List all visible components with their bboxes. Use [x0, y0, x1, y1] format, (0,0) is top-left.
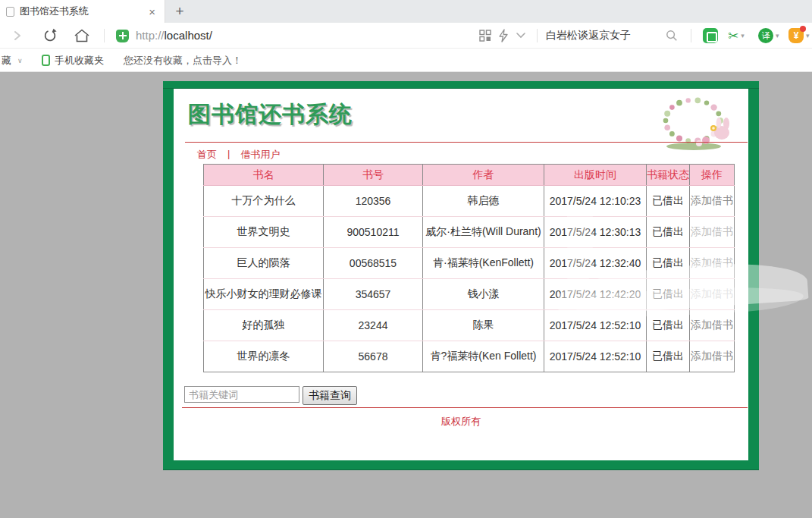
- ext-reader-button[interactable]: [703, 23, 718, 49]
- book-code-cell: 56678: [324, 341, 423, 372]
- url-text[interactable]: http://localhost/: [136, 29, 212, 42]
- publish-time-cell: 2017/5/24 12:32:40: [544, 248, 647, 279]
- copyright-text: 版权所有: [174, 415, 748, 429]
- table-row: 世界文明史 900510211 威尔·杜兰特(Will Durant) 2017…: [204, 217, 735, 248]
- new-tab-button[interactable]: +: [170, 2, 190, 21]
- books-table: 书名 书号 作者 出版时间 书籍状态 操作 十万个为什么 120356 韩启德 …: [203, 164, 735, 372]
- divider: [537, 29, 538, 42]
- nav-link-borrow-users[interactable]: 借书用户: [240, 148, 280, 162]
- refresh-icon: [42, 28, 58, 43]
- header-book-code: 书号: [324, 165, 423, 186]
- header-publish-time: 出版时间: [544, 165, 647, 186]
- header-status: 书籍状态: [647, 165, 690, 186]
- wreath-image: [651, 90, 736, 157]
- add-borrow-link[interactable]: 添加借书: [691, 225, 733, 237]
- status-cell: 已借出: [647, 310, 690, 341]
- author-cell: 钱小漾: [423, 279, 544, 310]
- chevron-down-icon: ∨: [17, 57, 23, 64]
- book-code-cell: 00568515: [324, 248, 423, 279]
- publish-time-cell: 2017/5/24 12:52:10: [544, 310, 647, 341]
- book-code-cell: 354657: [324, 279, 423, 310]
- ext-wallet-button[interactable]: ¥ ▾: [788, 23, 810, 49]
- add-borrow-link[interactable]: 添加借书: [691, 194, 733, 206]
- chevron-down-icon[interactable]: ▾: [741, 32, 745, 39]
- nav-link-divider: |: [227, 148, 230, 162]
- page-nav: 首页 | 借书用户: [197, 148, 280, 162]
- tab-bar: 图书馆还书系统 × +: [0, 0, 812, 23]
- book-name-cell: 世界的凛冬: [204, 341, 324, 372]
- bookmarks-hint[interactable]: 您还没有收藏，点击导入！: [124, 49, 242, 72]
- header-book-name: 书名: [204, 165, 324, 186]
- book-search-form: 书籍查询: [184, 386, 357, 405]
- keyword-input[interactable]: [184, 386, 299, 403]
- author-cell: 肯?福莱特(Ken Follett): [423, 341, 544, 372]
- publish-time-cell: 2017/5/24 12:30:13: [544, 217, 647, 248]
- tab-title: 图书馆还书系统: [20, 5, 146, 18]
- page-favicon-icon: [6, 7, 14, 17]
- author-cell: 陈果: [423, 310, 544, 341]
- chevron-down-icon[interactable]: ▾: [776, 32, 779, 39]
- apps-grid-icon[interactable]: [479, 23, 491, 49]
- notification-dot: [800, 26, 806, 32]
- bookmarks-bar: 藏 ∨ 手机收藏夹 您还没有收藏，点击导入！: [0, 49, 812, 72]
- publish-time-cell: 2017/5/24 12:52:10: [544, 341, 647, 372]
- header-author: 作者: [423, 165, 544, 186]
- divider: [104, 29, 105, 42]
- add-borrow-link[interactable]: 添加借书: [691, 319, 733, 331]
- ext-translate-button[interactable]: 译 ▾: [758, 23, 779, 49]
- publish-time-cell: 2017/5/24 12:10:23: [544, 186, 647, 217]
- divider: [691, 29, 691, 42]
- author-cell: 肯·福莱特(KenFollett): [423, 248, 544, 279]
- publish-time-cell: 2017/5/24 12:42:20: [544, 279, 647, 310]
- table-row: 快乐小财女的理财必修课 354657 钱小漾 2017/5/24 12:42:2…: [204, 279, 735, 310]
- forward-button[interactable]: [14, 23, 21, 49]
- wallet-icon: ¥: [788, 28, 804, 43]
- home-button[interactable]: [74, 23, 90, 49]
- add-borrow-link[interactable]: 添加借书: [691, 350, 733, 362]
- nav-link-home[interactable]: 首页: [197, 148, 217, 162]
- phone-icon: [42, 55, 50, 66]
- navigation-bar: http://localhost/ 白岩松谈返京女子 ✂ ▾ 译 ▾ ¥ ▾: [0, 23, 812, 49]
- table-row: 世界的凛冬 56678 肯?福莱特(Ken Follett) 2017/5/24…: [204, 341, 735, 372]
- book-name-cell: 世界文明史: [204, 217, 324, 248]
- tab-close-icon[interactable]: ×: [146, 5, 158, 18]
- chevron-down-icon[interactable]: ▾: [806, 32, 810, 39]
- bookmarks-collapsed-item[interactable]: 藏 ∨: [2, 49, 23, 72]
- table-header-row: 书名 书号 作者 出版时间 书籍状态 操作: [204, 165, 735, 186]
- title-divider: [185, 142, 748, 143]
- query-button[interactable]: 书籍查询: [303, 386, 357, 405]
- book-name-cell: 快乐小财女的理财必修课: [204, 279, 324, 310]
- home-icon: [74, 28, 90, 43]
- status-cell: 已借出: [647, 186, 690, 217]
- header-action: 操作: [690, 165, 735, 186]
- add-borrow-link[interactable]: 添加借书: [691, 256, 733, 268]
- translate-icon: 译: [758, 28, 773, 43]
- mobile-bookmarks-folder[interactable]: 手机收藏夹: [42, 49, 104, 72]
- search-icon[interactable]: [666, 23, 678, 49]
- ext-screenshot-button[interactable]: ✂ ▾: [728, 23, 745, 49]
- table-row: 好的孤独 23244 陈果 2017/5/24 12:52:10 已借出 添加借…: [204, 310, 735, 341]
- refresh-button[interactable]: [42, 23, 58, 49]
- page-frame: 图书馆还书系统: [163, 81, 759, 470]
- status-cell: 已借出: [647, 217, 690, 248]
- book-name-cell: 好的孤独: [204, 310, 324, 341]
- status-cell: 已借出: [647, 341, 690, 372]
- status-cell: 已借出: [647, 279, 690, 310]
- book-code-cell: 120356: [324, 186, 423, 217]
- author-cell: 韩启德: [423, 186, 544, 217]
- book-name-cell: 十万个为什么: [204, 186, 324, 217]
- footer-divider: [182, 407, 748, 408]
- book-code-cell: 900510211: [324, 217, 423, 248]
- table-row: 巨人的陨落 00568515 肯·福莱特(KenFollett) 2017/5/…: [204, 248, 735, 279]
- chevron-down-icon[interactable]: [516, 23, 525, 49]
- url-bar[interactable]: http://localhost/: [116, 23, 212, 49]
- table-row: 十万个为什么 120356 韩启德 2017/5/24 12:10:23 已借出…: [204, 186, 735, 217]
- flash-icon[interactable]: [498, 23, 509, 49]
- status-cell: 已借出: [647, 248, 690, 279]
- add-borrow-link[interactable]: 添加借书: [691, 287, 733, 300]
- scissors-icon: ✂: [728, 30, 738, 42]
- page-title: 图书馆还书系统: [188, 99, 353, 130]
- browser-tab[interactable]: 图书馆还书系统 ×: [0, 0, 165, 23]
- hot-search-input[interactable]: 白岩松谈返京女子: [546, 23, 631, 49]
- security-shield-icon[interactable]: [116, 30, 129, 42]
